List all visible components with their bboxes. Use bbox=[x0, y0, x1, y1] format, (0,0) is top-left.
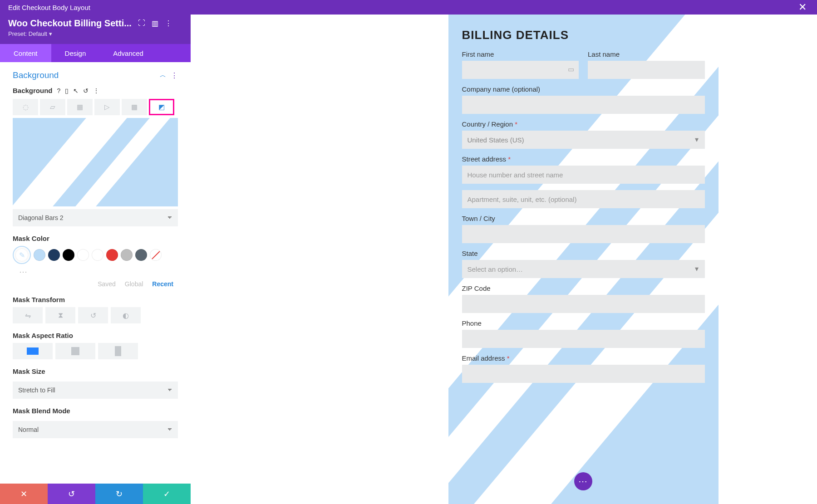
city-label: Town / City bbox=[462, 215, 705, 222]
color-picker-button[interactable]: ✎ bbox=[13, 246, 31, 264]
cursor-icon[interactable]: ↖ bbox=[73, 87, 79, 94]
undo-button[interactable]: ↺ bbox=[48, 484, 95, 504]
first-name-field[interactable] bbox=[462, 61, 579, 79]
last-name-label: Last name bbox=[588, 50, 705, 58]
form-title: BILLING DETAILS bbox=[462, 28, 705, 42]
mask-size-select[interactable]: Stretch to Fill bbox=[13, 382, 178, 399]
first-name-label: First name bbox=[462, 50, 579, 58]
mask-blend-label: Mask Blend Mode bbox=[13, 407, 178, 415]
swatch-navy[interactable] bbox=[48, 249, 60, 261]
rotate-button[interactable]: ↺ bbox=[78, 307, 108, 323]
top-bar-title: Edit Checkout Body Layout bbox=[8, 4, 90, 11]
mobile-icon[interactable]: ▯ bbox=[65, 87, 69, 94]
palette-saved[interactable]: Saved bbox=[98, 280, 116, 288]
menu-icon[interactable]: ⋮ bbox=[165, 19, 172, 28]
swatch-white[interactable] bbox=[77, 249, 89, 261]
close-icon[interactable]: ✕ bbox=[796, 1, 809, 13]
options-icon[interactable]: ⋮ bbox=[93, 87, 99, 94]
state-label: State bbox=[462, 250, 705, 257]
color-swatches: ✎ bbox=[13, 246, 178, 264]
swatch-red[interactable] bbox=[106, 249, 118, 261]
phone-label: Phone bbox=[462, 319, 705, 327]
tab-design[interactable]: Design bbox=[51, 44, 100, 62]
mask-aspect-label: Mask Aspect Ratio bbox=[13, 332, 178, 339]
mask-transform-label: Mask Transform bbox=[13, 296, 178, 303]
panel-icon[interactable]: ▥ bbox=[152, 19, 158, 28]
top-bar: Edit Checkout Body Layout ✕ bbox=[0, 0, 817, 15]
swatch-white2[interactable] bbox=[92, 249, 103, 261]
discard-button[interactable]: ✕ bbox=[0, 484, 48, 504]
autofill-icon[interactable]: ▭ bbox=[568, 65, 574, 73]
mask-preview bbox=[13, 118, 178, 206]
save-button[interactable]: ✓ bbox=[143, 484, 191, 504]
company-label: Company name (optional) bbox=[462, 85, 705, 93]
street-label: Street address * bbox=[462, 155, 705, 163]
email-field[interactable] bbox=[462, 365, 705, 383]
country-select[interactable] bbox=[462, 131, 705, 149]
bg-type-video[interactable]: ▷ bbox=[94, 99, 120, 115]
country-label: Country / Region * bbox=[462, 120, 705, 128]
bg-type-pattern[interactable]: ▩ bbox=[122, 99, 147, 115]
swatch-none[interactable] bbox=[150, 249, 162, 261]
expand-icon[interactable]: ⛶ bbox=[138, 19, 145, 28]
chevron-up-icon[interactable]: ︿ bbox=[160, 71, 166, 79]
bg-type-image[interactable]: ▦ bbox=[67, 99, 93, 115]
mask-style-select[interactable]: Diagonal Bars 2 bbox=[13, 209, 178, 226]
tab-advanced[interactable]: Advanced bbox=[99, 44, 157, 62]
section-title[interactable]: Background bbox=[13, 70, 59, 80]
swatch-gray[interactable] bbox=[121, 249, 133, 261]
bg-type-gradient[interactable]: ▱ bbox=[40, 99, 65, 115]
palette-global[interactable]: Global bbox=[125, 280, 143, 288]
redo-button[interactable]: ↻ bbox=[95, 484, 143, 504]
billing-form: BILLING DETAILS First name ▭ Last name C… bbox=[448, 15, 719, 504]
background-type-tabs: ◌ ▱ ▦ ▷ ▩ ◩ bbox=[13, 99, 178, 115]
flip-horizontal-button[interactable]: ⇋ bbox=[13, 307, 43, 323]
aspect-landscape[interactable] bbox=[13, 343, 53, 359]
settings-panel: Background ︿ ⋮ Background ? ▯ ↖ ↺ ⋮ ◌ ▱ … bbox=[0, 62, 191, 504]
aspect-square[interactable] bbox=[55, 343, 95, 359]
module-fab[interactable]: ⋯ bbox=[574, 472, 592, 490]
city-field[interactable] bbox=[462, 225, 705, 243]
panel-footer: ✕ ↺ ↻ ✓ bbox=[0, 484, 191, 504]
swatch-lightblue[interactable] bbox=[34, 249, 45, 261]
mask-size-label: Mask Size bbox=[13, 367, 178, 375]
street-field-2[interactable] bbox=[462, 190, 705, 208]
flip-vertical-button[interactable]: ⧗ bbox=[45, 307, 75, 323]
tab-content[interactable]: Content bbox=[0, 44, 51, 62]
zip-label: ZIP Code bbox=[462, 284, 705, 292]
section-menu-icon[interactable]: ⋮ bbox=[171, 71, 178, 80]
background-label: Background bbox=[13, 87, 53, 94]
module-title: Woo Checkout Billing Setti... bbox=[8, 18, 132, 29]
company-field[interactable] bbox=[462, 96, 705, 114]
street-field-1[interactable] bbox=[462, 166, 705, 184]
last-name-field[interactable] bbox=[588, 61, 705, 79]
mask-color-label: Mask Color bbox=[13, 235, 178, 242]
bg-type-color[interactable]: ◌ bbox=[13, 99, 38, 115]
more-colors-icon[interactable]: ⋯ bbox=[19, 267, 178, 277]
zip-field[interactable] bbox=[462, 295, 705, 313]
swatch-darkgray[interactable] bbox=[135, 249, 147, 261]
bg-type-mask[interactable]: ◩ bbox=[149, 99, 174, 115]
email-label: Email address * bbox=[462, 354, 705, 362]
mask-blend-select[interactable]: Normal bbox=[13, 421, 178, 438]
swatch-black[interactable] bbox=[63, 249, 74, 261]
reset-icon[interactable]: ↺ bbox=[83, 87, 89, 94]
phone-field[interactable] bbox=[462, 330, 705, 348]
aspect-portrait[interactable] bbox=[98, 343, 138, 359]
help-icon[interactable]: ? bbox=[57, 87, 61, 94]
preview-canvas: BILLING DETAILS First name ▭ Last name C… bbox=[191, 15, 817, 504]
palette-recent[interactable]: Recent bbox=[152, 280, 173, 288]
invert-button[interactable]: ◐ bbox=[111, 307, 141, 323]
state-select[interactable] bbox=[462, 260, 705, 278]
